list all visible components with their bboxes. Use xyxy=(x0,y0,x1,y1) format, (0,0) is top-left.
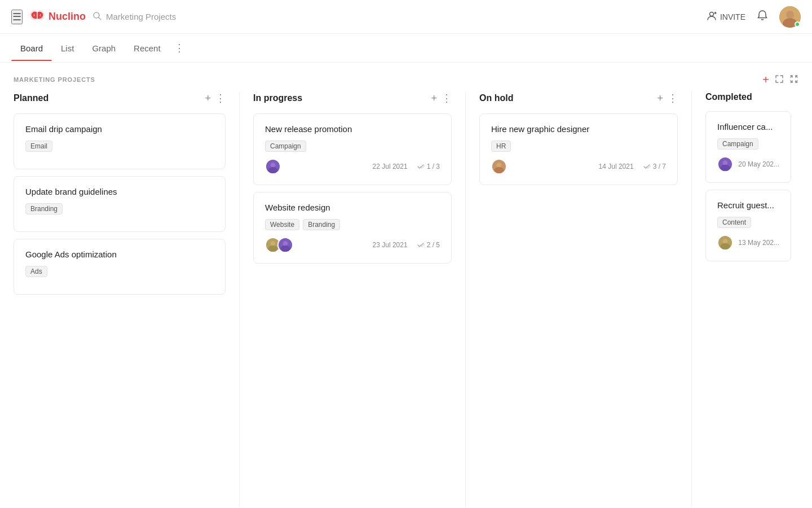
card-website-redesign-footer: 23 Jul 2021 2 / 5 xyxy=(265,237,440,253)
column-on-hold-title: On hold xyxy=(479,93,513,103)
tab-list[interactable]: List xyxy=(52,36,83,61)
card-google-ads-title: Google Ads optimization xyxy=(25,249,214,259)
invite-button[interactable]: INVITE xyxy=(707,11,745,23)
card-hire-graphic-tags: HR xyxy=(491,141,666,152)
card-hire-graphic-footer: 14 Jul 2021 3 / 7 xyxy=(491,159,666,174)
column-in-progress: In progress + ⋮ New release promotion Ca… xyxy=(240,92,465,507)
tab-recent[interactable]: Recent xyxy=(125,36,170,61)
svg-point-12 xyxy=(268,167,277,174)
tag-branding: Branding xyxy=(25,203,63,214)
tag-branding-2: Branding xyxy=(303,219,340,230)
board-columns: Planned + ⋮ Email drip campaign Email Up… xyxy=(0,92,812,507)
card-new-release-meta: 22 Jul 2021 1 / 3 xyxy=(373,163,440,170)
logo[interactable]: Nuclino xyxy=(29,9,86,25)
card-website-redesign-tags: Website Branding xyxy=(265,219,440,230)
notification-bell-button[interactable] xyxy=(757,10,768,24)
tag-website: Website xyxy=(265,219,299,230)
card-hire-graphic-tasks: 3 / 7 xyxy=(643,163,666,170)
svg-point-17 xyxy=(283,241,288,246)
card-recruit-guest-meta: 13 May 202... xyxy=(738,239,779,247)
svg-point-21 xyxy=(494,167,504,174)
tag-content: Content xyxy=(717,217,751,228)
column-in-progress-title: In progress xyxy=(253,93,302,103)
logo-brain-icon xyxy=(29,9,45,25)
tabs-more-button[interactable]: ⋮ xyxy=(170,34,189,62)
column-on-hold-add-button[interactable]: + xyxy=(657,92,663,104)
card-hire-graphic[interactable]: Hire new graphic designer HR 14 Jul 2021… xyxy=(479,113,678,185)
column-on-hold-header: On hold + ⋮ xyxy=(479,92,678,104)
column-in-progress-header: In progress + ⋮ xyxy=(253,92,452,104)
svg-line-3 xyxy=(99,17,101,20)
column-planned-title: Planned xyxy=(14,93,48,103)
column-in-progress-add-button[interactable]: + xyxy=(431,92,437,104)
invite-label: INVITE xyxy=(720,12,745,21)
card-google-ads[interactable]: Google Ads optimization Ads xyxy=(14,239,226,295)
column-planned-more-button[interactable]: ⋮ xyxy=(215,92,226,104)
column-planned-header: Planned + ⋮ xyxy=(14,92,226,104)
card-brand-guidelines-tags: Branding xyxy=(25,203,214,214)
column-planned-add-button[interactable]: + xyxy=(205,92,211,104)
card-influencer-title: Influencer ca... xyxy=(717,122,779,132)
person-icon xyxy=(707,11,717,23)
search-bar[interactable]: Marketing Projects xyxy=(92,11,176,22)
card-hire-graphic-avatars xyxy=(491,159,504,174)
card-new-release[interactable]: New release promotion Campaign 22 Jul 20… xyxy=(253,113,452,185)
column-planned: Planned + ⋮ Email drip campaign Email Up… xyxy=(14,92,239,507)
board-section-title: MARKETING PROJECTS xyxy=(14,76,95,83)
column-completed-title: Completed xyxy=(705,92,752,102)
card-influencer-date: 20 May 202... xyxy=(738,160,779,168)
column-completed: Completed Influencer ca... Campaign 20 M… xyxy=(692,92,805,507)
card-new-release-avatars xyxy=(265,159,277,174)
card-email-drip[interactable]: Email drip campaign Email xyxy=(14,113,226,169)
tab-graph[interactable]: Graph xyxy=(83,36,125,61)
card-hire-graphic-date: 14 Jul 2021 xyxy=(599,163,634,170)
card-influencer-footer: 20 May 202... xyxy=(717,156,779,172)
tag-campaign: Campaign xyxy=(265,141,306,152)
tab-board[interactable]: Board xyxy=(11,36,52,61)
svg-point-4 xyxy=(709,12,713,16)
column-on-hold-more-button[interactable]: ⋮ xyxy=(668,92,678,104)
svg-point-14 xyxy=(271,241,276,246)
collapse-board-button[interactable] xyxy=(789,75,798,85)
card-new-release-footer: 22 Jul 2021 1 / 3 xyxy=(265,159,440,174)
expand-board-button[interactable] xyxy=(775,75,784,85)
column-in-progress-more-button[interactable]: ⋮ xyxy=(442,92,452,104)
card-website-redesign-meta: 23 Jul 2021 2 / 5 xyxy=(373,241,440,249)
card-new-release-date: 22 Jul 2021 xyxy=(373,163,408,170)
card-recruit-guest-tags: Content xyxy=(717,217,779,228)
card-influencer[interactable]: Influencer ca... Campaign 20 May 202... xyxy=(705,111,791,183)
header-left: ☰ Nuclino Marketing Projects xyxy=(11,9,176,25)
card-influencer-avatars xyxy=(717,156,730,172)
search-placeholder: Marketing Projects xyxy=(106,12,176,21)
card-website-redesign[interactable]: Website redesign Website Branding 23 Jul… xyxy=(253,192,452,264)
svg-point-26 xyxy=(723,239,728,244)
card-website-redesign-avatars xyxy=(265,237,290,253)
card-brand-guidelines[interactable]: Update brand guidelines Branding xyxy=(14,176,226,232)
search-icon xyxy=(92,11,102,22)
svg-point-24 xyxy=(720,165,730,172)
column-in-progress-actions: + ⋮ xyxy=(431,92,452,104)
tabs-nav: Board List Graph Recent ⋮ xyxy=(0,34,812,63)
card-new-release-title: New release promotion xyxy=(265,124,440,134)
user-avatar[interactable] xyxy=(779,6,801,28)
add-column-button[interactable]: + xyxy=(762,74,769,85)
card-recruit-guest[interactable]: Recruit guest... Content 13 May 202... xyxy=(705,190,791,261)
svg-point-11 xyxy=(271,163,276,168)
header: ☰ Nuclino Marketing Projects xyxy=(0,0,812,34)
tag-ads: Ads xyxy=(25,266,47,277)
card-recruit-guest-title: Recruit guest... xyxy=(717,200,779,210)
card-recruit-guest-avatars xyxy=(717,235,730,251)
card-email-drip-tags: Email xyxy=(25,141,214,152)
svg-point-8 xyxy=(786,11,794,19)
hamburger-menu-button[interactable]: ☰ xyxy=(11,10,23,24)
card-avatar xyxy=(717,235,733,251)
svg-point-20 xyxy=(497,163,502,168)
card-website-redesign-date: 23 Jul 2021 xyxy=(373,241,408,249)
card-avatar xyxy=(717,156,733,172)
board-header: MARKETING PROJECTS + xyxy=(0,63,812,92)
svg-point-27 xyxy=(720,243,730,250)
tag-campaign-2: Campaign xyxy=(717,138,758,150)
card-recruit-guest-date: 13 May 202... xyxy=(738,239,779,247)
column-planned-actions: + ⋮ xyxy=(205,92,226,104)
card-influencer-meta: 20 May 202... xyxy=(738,160,779,168)
